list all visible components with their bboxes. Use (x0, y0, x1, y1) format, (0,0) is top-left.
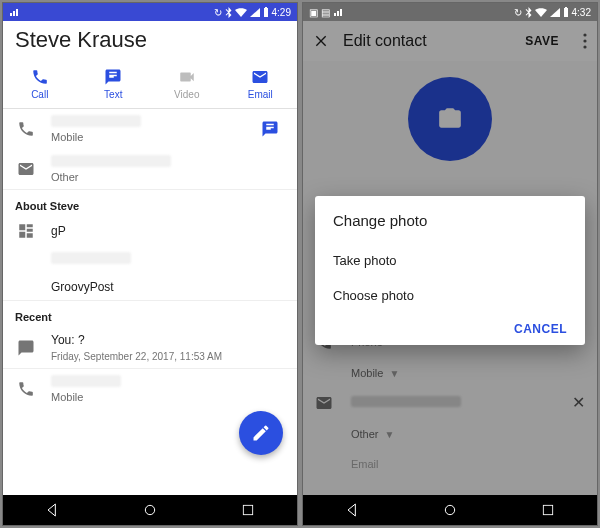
home-button[interactable] (441, 501, 459, 519)
about-heading: About Steve (3, 189, 297, 216)
company-icon (15, 222, 37, 240)
wifi-icon (235, 8, 247, 17)
phone-row[interactable]: Mobile (3, 109, 297, 149)
app-icon: ▣ (309, 7, 318, 18)
phone-type: Mobile (51, 131, 247, 143)
svg-rect-6 (543, 505, 552, 514)
dialog-title: Change photo (333, 212, 567, 229)
sync-icon: ↻ (514, 7, 522, 18)
svg-rect-1 (243, 505, 252, 514)
video-icon (150, 67, 224, 87)
email-label: Email (224, 89, 298, 100)
website-row: GroovyPost (3, 274, 297, 300)
call-action[interactable]: Call (3, 61, 77, 108)
redacted-email (51, 155, 171, 167)
bluetooth-icon (225, 7, 232, 18)
change-photo-dialog: Change photo Take photo Choose photo CAN… (315, 196, 585, 345)
email-type: Other (51, 171, 285, 183)
recents-button[interactable] (239, 501, 257, 519)
text-action[interactable]: Text (77, 61, 151, 108)
android-navbar (303, 495, 597, 525)
edit-content: Edit contact SAVE Phone Mobile▼ (303, 21, 597, 495)
cell-icon (250, 8, 260, 17)
pencil-icon (251, 423, 271, 443)
redacted-about (51, 252, 131, 264)
video-action[interactable]: Video (150, 61, 224, 108)
signal-icon (9, 7, 21, 17)
android-navbar (3, 495, 297, 525)
app-icon: ▤ (321, 7, 330, 18)
edit-contact-screen: ▣ ▤ ↻ 4:32 (302, 2, 598, 526)
company-value: gP (51, 224, 285, 238)
call-label: Call (3, 89, 77, 100)
redacted-recent-phone (51, 375, 121, 387)
battery-icon (263, 7, 269, 17)
recent-call-row[interactable]: Mobile (3, 368, 297, 409)
contact-content: Steve Krause Call Text Video (3, 21, 297, 495)
phone-icon (15, 120, 37, 138)
cancel-button[interactable]: CANCEL (514, 322, 567, 336)
email-icon (15, 160, 37, 178)
status-time: 4:29 (272, 7, 291, 18)
phone-icon (3, 67, 77, 87)
take-photo-option[interactable]: Take photo (333, 243, 567, 278)
recent-time: Friday, September 22, 2017, 11:53 AM (51, 351, 285, 362)
signal-icon (333, 7, 345, 17)
back-button[interactable] (343, 501, 361, 519)
recents-button[interactable] (539, 501, 557, 519)
message-icon (77, 67, 151, 87)
about-blur-row (3, 246, 297, 274)
email-row[interactable]: Other (3, 149, 297, 189)
status-time: 4:32 (572, 7, 591, 18)
sync-icon: ↻ (214, 7, 222, 18)
message-shortcut[interactable] (261, 120, 285, 138)
phone-icon (15, 380, 37, 398)
cell-icon (550, 8, 560, 17)
action-row: Call Text Video Email (3, 61, 297, 109)
recent-message: You: ? (51, 333, 285, 347)
contact-detail-screen: ↻ 4:29 Steve Krause Call (2, 2, 298, 526)
message-icon (15, 339, 37, 357)
edit-fab[interactable] (239, 411, 283, 455)
recent-phone-type: Mobile (51, 391, 285, 403)
redacted-phone (51, 115, 141, 127)
email-icon (224, 67, 298, 87)
status-bar: ▣ ▤ ↻ 4:32 (303, 3, 597, 21)
contact-name: Steve Krause (3, 21, 297, 61)
svg-point-0 (145, 505, 154, 514)
status-bar: ↻ 4:29 (3, 3, 297, 21)
battery-icon (563, 7, 569, 17)
text-label: Text (77, 89, 151, 100)
wifi-icon (535, 8, 547, 17)
website-value: GroovyPost (51, 280, 285, 294)
recent-message-row[interactable]: You: ? Friday, September 22, 2017, 11:53… (3, 327, 297, 368)
video-label: Video (150, 89, 224, 100)
company-row: gP (3, 216, 297, 246)
recent-heading: Recent (3, 300, 297, 327)
home-button[interactable] (141, 501, 159, 519)
back-button[interactable] (43, 501, 61, 519)
choose-photo-option[interactable]: Choose photo (333, 278, 567, 313)
bluetooth-icon (525, 7, 532, 18)
email-action[interactable]: Email (224, 61, 298, 108)
svg-point-5 (445, 505, 454, 514)
